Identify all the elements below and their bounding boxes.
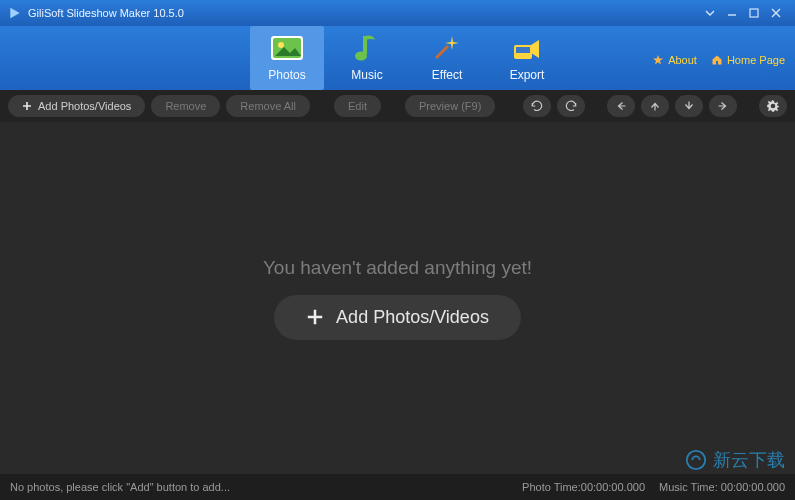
settings-button[interactable] <box>759 95 787 117</box>
rotate-left-button[interactable] <box>523 95 551 117</box>
tab-export[interactable]: Export <box>490 26 564 90</box>
svg-rect-7 <box>516 47 530 53</box>
move-up-button[interactable] <box>641 95 669 117</box>
photo-time: Photo Time:00:00:00.000 <box>522 481 645 493</box>
music-icon <box>349 30 385 66</box>
status-hint: No photos, please click "Add" button to … <box>10 481 230 493</box>
dropdown-button[interactable] <box>699 4 721 22</box>
about-link[interactable]: About <box>652 54 697 66</box>
tab-label: Effect <box>432 68 462 82</box>
add-photos-big-label: Add Photos/Videos <box>336 307 489 328</box>
arrow-up-icon <box>649 100 661 112</box>
music-time: Music Time: 00:00:00.000 <box>659 481 785 493</box>
svg-rect-1 <box>750 9 758 17</box>
photo-time-value: 00:00:00.000 <box>581 481 645 493</box>
titlebar: GiliSoft Slideshow Maker 10.5.0 <box>0 0 795 26</box>
arrow-left-icon <box>615 100 627 112</box>
svg-point-4 <box>278 42 284 48</box>
effect-icon <box>429 30 465 66</box>
tab-effect[interactable]: Effect <box>410 26 484 90</box>
plus-icon <box>306 308 324 326</box>
svg-point-5 <box>355 52 367 61</box>
rotate-ccw-icon <box>530 99 544 113</box>
tab-photos[interactable]: Photos <box>250 26 324 90</box>
home-icon <box>711 54 723 66</box>
preview-button[interactable]: Preview (F9) <box>405 95 495 117</box>
rotate-cw-icon <box>564 99 578 113</box>
remove-all-button[interactable]: Remove All <box>226 95 310 117</box>
app-logo-icon <box>8 6 22 20</box>
move-left-button[interactable] <box>607 95 635 117</box>
minimize-button[interactable] <box>721 4 743 22</box>
rotate-right-button[interactable] <box>557 95 585 117</box>
edit-button[interactable]: Edit <box>334 95 381 117</box>
maximize-button[interactable] <box>743 4 765 22</box>
plus-icon <box>22 101 32 111</box>
main-tabbar: Photos Music Effect Export About Home Pa… <box>0 26 795 90</box>
star-icon <box>652 54 664 66</box>
gear-icon <box>766 99 780 113</box>
photo-time-label: Photo Time: <box>522 481 581 493</box>
content-area: You haven't added anything yet! Add Phot… <box>0 122 795 474</box>
tab-label: Music <box>351 68 382 82</box>
move-right-button[interactable] <box>709 95 737 117</box>
arrow-down-icon <box>683 100 695 112</box>
close-button[interactable] <box>765 4 787 22</box>
tab-label: Photos <box>268 68 305 82</box>
svg-marker-0 <box>10 8 19 19</box>
toolbar: Add Photos/Videos Remove Remove All Edit… <box>0 90 795 122</box>
home-link[interactable]: Home Page <box>711 54 785 66</box>
photos-icon <box>269 30 305 66</box>
statusbar: No photos, please click "Add" button to … <box>0 474 795 500</box>
about-label: About <box>668 54 697 66</box>
remove-button[interactable]: Remove <box>151 95 220 117</box>
home-label: Home Page <box>727 54 785 66</box>
add-label: Add Photos/Videos <box>38 100 131 112</box>
export-icon <box>509 30 545 66</box>
arrow-right-icon <box>717 100 729 112</box>
app-title: GiliSoft Slideshow Maker 10.5.0 <box>28 7 184 19</box>
music-time-label: Music Time: <box>659 481 718 493</box>
add-photos-big-button[interactable]: Add Photos/Videos <box>274 295 521 340</box>
empty-message: You haven't added anything yet! <box>263 257 532 279</box>
move-down-button[interactable] <box>675 95 703 117</box>
music-time-value: 00:00:00.000 <box>721 481 785 493</box>
tab-music[interactable]: Music <box>330 26 404 90</box>
tab-label: Export <box>510 68 545 82</box>
add-button[interactable]: Add Photos/Videos <box>8 95 145 117</box>
header-links: About Home Page <box>652 54 785 66</box>
